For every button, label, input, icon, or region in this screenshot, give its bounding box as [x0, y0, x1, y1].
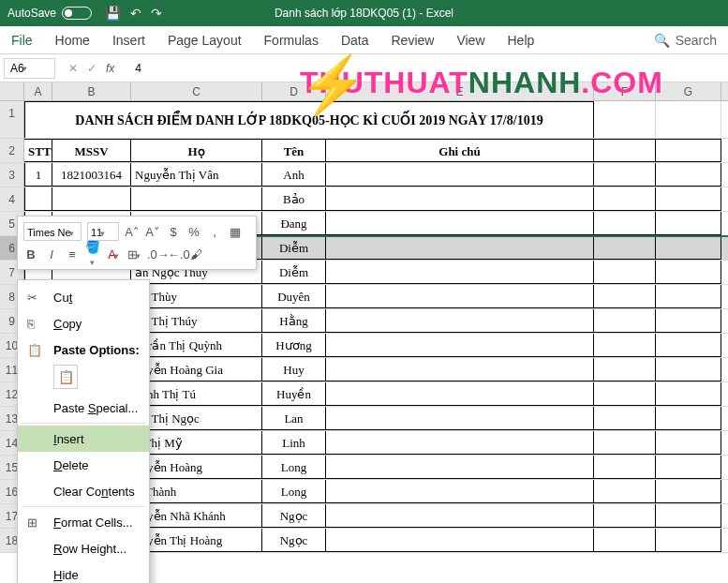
tab-help[interactable]: Help — [508, 33, 535, 48]
redo-icon[interactable]: ↷ — [151, 6, 162, 21]
italic-icon[interactable]: I — [44, 247, 59, 262]
search-box[interactable]: 🔍 Search — [654, 33, 717, 48]
cell-ghichu[interactable] — [326, 163, 594, 187]
ctx-delete[interactable]: Delete — [18, 452, 149, 478]
bold-icon[interactable]: B — [23, 247, 38, 262]
row-header[interactable]: 2 — [0, 139, 24, 162]
font-color-icon[interactable]: A▾ — [106, 247, 121, 262]
cell-ten[interactable]: Ngọc — [262, 504, 326, 528]
tab-insert[interactable]: Insert — [112, 33, 145, 48]
ctx-hide[interactable]: Hide — [18, 561, 149, 583]
enter-icon[interactable]: ✓ — [87, 62, 97, 75]
hdr-stt[interactable]: STT — [24, 139, 52, 162]
cell-ho[interactable]: o Thị Mỹ — [131, 431, 262, 455]
save-icon[interactable]: 💾 — [105, 6, 121, 21]
font-size-selector[interactable]: 11▾ — [87, 222, 119, 241]
tab-formulas[interactable]: Formulas — [264, 33, 319, 48]
cell-ten[interactable]: Đang — [262, 212, 326, 235]
cell-ho[interactable]: uỳnh Thị Tú — [131, 382, 262, 406]
cell-ten[interactable]: Hằng — [262, 309, 326, 333]
cell-stt[interactable]: 1 — [24, 163, 52, 187]
cell-ten[interactable]: Linh — [262, 431, 326, 455]
cell-ten[interactable]: Long — [262, 480, 326, 503]
paste-default[interactable]: 📋 — [53, 365, 78, 389]
decrease-decimal-icon[interactable]: ←.0 — [168, 247, 183, 262]
ctx-copy[interactable]: ⎘Copy — [18, 310, 149, 336]
row-header[interactable]: 1 — [0, 101, 24, 138]
ctx-insert[interactable]: Insert — [18, 426, 149, 452]
increase-font-icon[interactable]: A˄ — [125, 225, 140, 239]
row-header[interactable]: 4 — [0, 187, 24, 211]
cell-ghichu[interactable] — [326, 504, 594, 528]
cell-ten[interactable]: Ngọc — [262, 529, 326, 552]
cell-ho[interactable]: Nguyễn Thị Vân — [131, 163, 262, 187]
currency-icon[interactable]: $ — [166, 225, 181, 239]
cell-ho[interactable]: ần Thị Ngọc — [131, 407, 262, 430]
percent-icon[interactable]: % — [186, 225, 201, 239]
cell-ten[interactable]: Huy — [262, 358, 326, 381]
tab-home[interactable]: Home — [55, 33, 90, 48]
ctx-clear-contents[interactable]: Clear Contents — [18, 478, 149, 504]
cell-ho[interactable]: ỗ Thành — [131, 480, 262, 503]
cell-ghichu[interactable] — [326, 261, 594, 284]
cell-ten[interactable]: Hương — [262, 334, 326, 357]
cell-ten[interactable]: Long — [262, 456, 326, 479]
align-icon[interactable]: ≡ — [65, 247, 80, 262]
ctx-format-cells[interactable]: ⊞Format Cells... — [18, 509, 149, 535]
cell-ten[interactable]: Bảo — [262, 187, 326, 211]
cell-ten[interactable]: Huyền — [262, 382, 326, 406]
cell-mssv[interactable]: 1821003164 — [52, 163, 131, 187]
cell-ghichu[interactable] — [326, 529, 594, 552]
cell-ho[interactable]: guyễn Hoàng Gia — [131, 358, 262, 381]
col-header-b[interactable]: B — [52, 82, 131, 100]
increase-decimal-icon[interactable]: .0→ — [147, 247, 162, 262]
cell-ho[interactable]: i Trần Thị Quỳnh — [131, 334, 262, 357]
cell-ho[interactable]: ần Thị Thúy — [131, 309, 262, 333]
cell-ghichu[interactable] — [326, 480, 594, 503]
cell-stt[interactable] — [24, 187, 52, 211]
cell-ho[interactable]: guyễn Thị Hoàng — [131, 529, 262, 552]
cell-ghichu[interactable] — [326, 456, 594, 479]
cell-ten[interactable]: Diễm — [262, 261, 326, 284]
conditional-fmt-icon[interactable]: ▦ — [228, 225, 243, 239]
comma-icon[interactable]: , — [207, 225, 222, 239]
ctx-row-height[interactable]: Row Height... — [18, 535, 149, 561]
cell-ghichu[interactable] — [326, 187, 594, 211]
cell-ghichu[interactable] — [326, 407, 594, 430]
ctx-paste-special[interactable]: Paste Special... — [18, 395, 149, 421]
row-header[interactable]: 3 — [0, 163, 24, 187]
col-header-c[interactable]: C — [131, 82, 262, 100]
cell-ghichu[interactable] — [326, 431, 594, 455]
cell-ghichu[interactable] — [326, 236, 594, 260]
cell-ho[interactable]: ần Thùy — [131, 285, 262, 308]
cell-ghichu[interactable] — [326, 285, 594, 308]
tab-review[interactable]: Review — [392, 33, 435, 48]
col-header-g[interactable]: G — [656, 82, 721, 100]
tab-page-layout[interactable]: Page Layout — [168, 33, 242, 48]
font-selector[interactable]: Times Ne▾ — [23, 222, 82, 241]
cell-ghichu[interactable] — [326, 382, 594, 406]
cell-ten[interactable]: Duyên — [262, 285, 326, 308]
cancel-icon[interactable]: ✕ — [68, 62, 78, 75]
format-painter-icon[interactable]: 🖌 — [188, 247, 203, 262]
cell-ghichu[interactable] — [326, 309, 594, 333]
cell-mssv[interactable] — [52, 187, 131, 211]
cell-ghichu[interactable] — [326, 334, 594, 357]
borders-icon[interactable]: ⊞▾ — [126, 247, 141, 262]
cell-ten[interactable]: Anh — [262, 163, 326, 187]
cell-ghichu[interactable] — [326, 358, 594, 381]
cell-ho[interactable]: guyễn Nhã Khánh — [131, 504, 262, 528]
name-box[interactable]: A6▾ — [4, 58, 55, 79]
cell-ten[interactable]: Diễm — [262, 236, 326, 260]
tab-data[interactable]: Data — [341, 33, 369, 48]
autosave-toggle[interactable]: AutoSave — [7, 7, 92, 20]
hdr-ten[interactable]: Tên — [262, 139, 326, 162]
hdr-ho[interactable]: Họ — [131, 139, 262, 162]
cell-ten[interactable]: Lan — [262, 407, 326, 430]
decrease-font-icon[interactable]: A˅ — [145, 225, 160, 239]
col-header-a[interactable]: A — [24, 82, 52, 100]
cell-ho[interactable] — [131, 187, 262, 211]
autosave-switch[interactable] — [62, 7, 92, 20]
tab-view[interactable]: View — [456, 33, 484, 48]
tab-file[interactable]: File — [11, 33, 33, 48]
